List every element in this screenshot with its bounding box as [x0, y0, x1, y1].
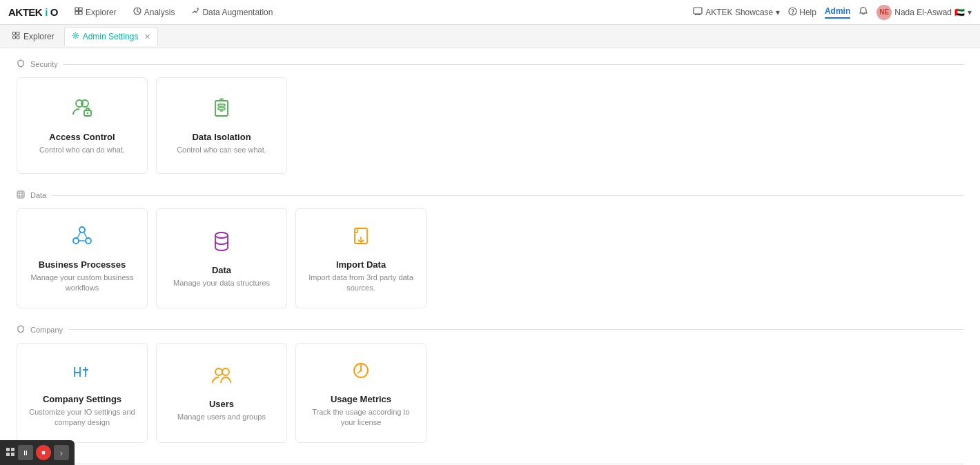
- card-business-processes[interactable]: Business Processes Manage your custom bu…: [17, 208, 148, 308]
- section-company-label: Company: [30, 326, 63, 334]
- explorer-icon: [75, 7, 83, 17]
- svg-rect-34: [6, 448, 10, 451]
- data-cards-grid: Business Processes Manage your custom bu…: [17, 208, 963, 308]
- company-cards-grid: Company Settings Customize your IO setti…: [17, 343, 963, 443]
- access-control-desc: Control who can do what.: [39, 145, 125, 155]
- svg-point-12: [75, 34, 77, 37]
- section-security-header: Security: [17, 59, 963, 69]
- help-label: Help: [799, 8, 816, 17]
- main-content: Security Access Control Control who: [0, 48, 980, 465]
- card-data[interactable]: Data Manage your data structures: [156, 208, 287, 308]
- users-title: Users: [209, 399, 234, 409]
- avatar-circle: NE: [876, 5, 892, 20]
- company-settings-title: Company Settings: [43, 394, 121, 404]
- card-usage-metrics[interactable]: Usage Metrics Track the usage according …: [295, 343, 427, 443]
- svg-point-24: [215, 232, 228, 238]
- section-data-label: Data: [30, 191, 46, 199]
- data-augmentation-icon: [191, 7, 199, 17]
- card-import-data[interactable]: Import Data Import data from 3rd party d…: [295, 208, 427, 308]
- workspace-chevron-icon: ▾: [776, 8, 780, 17]
- status-pause-button[interactable]: ⏸: [18, 445, 33, 460]
- section-company-header: Company: [17, 325, 963, 335]
- svg-rect-10: [13, 36, 16, 39]
- svg-rect-5: [694, 8, 702, 14]
- section-data: Data Business Processes Manage your: [17, 190, 963, 308]
- svg-point-26: [215, 368, 222, 375]
- nav-data-augmentation[interactable]: Data Augmentation: [186, 4, 278, 20]
- section-security: Security Access Control Control who: [17, 59, 963, 174]
- svg-rect-11: [17, 36, 19, 39]
- business-processes-desc: Manage your custom business workflows: [28, 273, 136, 294]
- nav-explorer[interactable]: Explorer: [69, 4, 122, 20]
- tab-explorer-icon: [12, 32, 20, 41]
- workspace-icon: [693, 6, 703, 18]
- tab-admin-settings-icon: [72, 32, 79, 41]
- status-arrow-button[interactable]: ›: [54, 445, 69, 460]
- section-company-icon: [17, 325, 25, 335]
- usage-metrics-desc: Track the usage according to your licens…: [307, 407, 415, 428]
- svg-rect-0: [75, 8, 79, 11]
- tab-explorer[interactable]: Explorer: [6, 27, 61, 46]
- workspace-label: AKTEK Showcase: [705, 8, 773, 17]
- nav-analysis-label: Analysis: [144, 8, 175, 17]
- help-icon: [788, 7, 797, 18]
- user-avatar[interactable]: NE Nada El-Aswad 🇦🇪 ▾: [876, 5, 972, 20]
- usage-metrics-icon: [348, 357, 374, 387]
- users-desc: Manage users and groups: [177, 412, 266, 422]
- card-data-isolation[interactable]: Data Isolation Control who can see what.: [156, 77, 287, 174]
- section-data-header: Data: [17, 190, 963, 200]
- company-settings-desc: Customize your IO settings and company d…: [28, 407, 136, 428]
- svg-point-16: [87, 112, 88, 114]
- status-grid-icon[interactable]: [6, 447, 15, 459]
- card-access-control[interactable]: Access Control Control who can do what.: [17, 77, 148, 174]
- card-company-settings[interactable]: Company Settings Customize your IO setti…: [17, 343, 148, 443]
- data-isolation-desc: Control who can see what.: [177, 145, 266, 155]
- users-icon: [208, 362, 235, 392]
- user-chevron-icon: ▾: [968, 8, 972, 17]
- arrow-icon: ›: [60, 448, 63, 458]
- svg-rect-2: [75, 12, 79, 15]
- section-data-icon: [17, 190, 25, 200]
- admin-button[interactable]: Admin: [825, 6, 850, 19]
- logo-dot: i: [45, 6, 48, 18]
- data-isolation-title: Data Isolation: [192, 132, 251, 142]
- workspace-selector[interactable]: AKTEK Showcase ▾: [693, 6, 780, 18]
- pause-icon: ⏸: [22, 449, 29, 457]
- svg-rect-8: [13, 32, 16, 34]
- nav-items: Explorer Analysis Data Augmentation: [69, 4, 278, 20]
- company-settings-icon: [69, 357, 95, 387]
- help-button[interactable]: Help: [788, 7, 816, 18]
- notification-button[interactable]: [859, 6, 868, 18]
- tab-close-button[interactable]: ✕: [144, 32, 150, 41]
- svg-point-6: [789, 8, 796, 15]
- top-right: AKTEK Showcase ▾ Help Admin NE Nada El-A…: [693, 5, 972, 20]
- logo-o: O: [50, 6, 58, 18]
- logo: AKTEKiO: [8, 6, 58, 18]
- svg-point-22: [73, 238, 79, 244]
- svg-point-27: [222, 368, 229, 375]
- data-card-icon: [208, 228, 235, 258]
- user-flag-icon: 🇦🇪: [954, 8, 965, 17]
- svg-point-23: [86, 238, 91, 244]
- svg-rect-18: [218, 104, 225, 106]
- svg-rect-20: [17, 191, 24, 198]
- analysis-icon: [133, 7, 141, 17]
- import-data-icon: [348, 223, 374, 253]
- card-users[interactable]: Users Manage users and groups: [156, 343, 287, 443]
- tab-admin-settings-label: Admin Settings: [83, 32, 139, 41]
- security-cards-grid: Access Control Control who can do what. …: [17, 77, 963, 174]
- svg-rect-17: [215, 101, 228, 116]
- section-security-line: [63, 64, 963, 65]
- section-security-label: Security: [30, 60, 58, 68]
- tab-admin-settings[interactable]: Admin Settings ✕: [64, 27, 159, 46]
- import-data-desc: Import data from 3rd party data sources.: [307, 273, 415, 294]
- svg-point-21: [79, 227, 85, 232]
- nav-analysis[interactable]: Analysis: [128, 4, 181, 20]
- status-stop-button[interactable]: ■: [36, 445, 51, 460]
- access-control-icon: [69, 95, 95, 125]
- svg-point-7: [792, 12, 793, 13]
- import-data-title: Import Data: [336, 259, 386, 270]
- user-name-label: Nada El-Aswad: [894, 8, 952, 17]
- svg-rect-3: [79, 12, 83, 15]
- section-agency-line: [61, 464, 963, 464]
